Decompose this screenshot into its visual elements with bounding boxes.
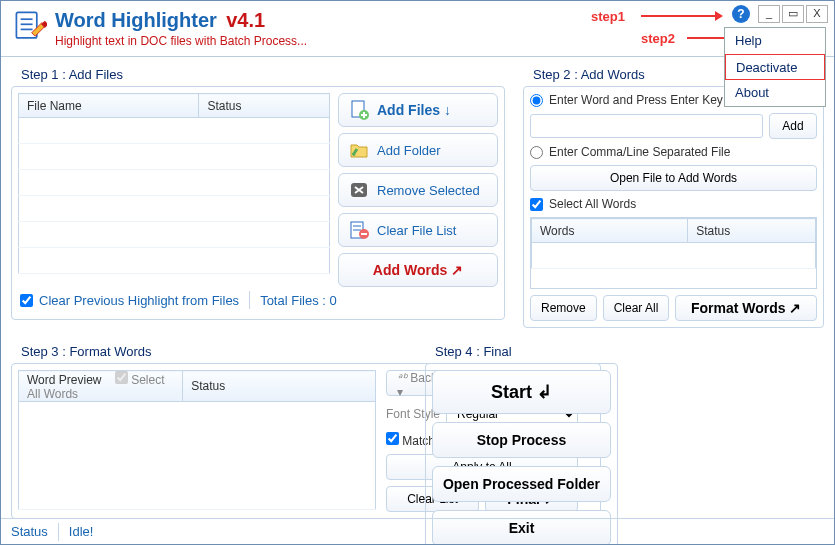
step4-heading: Step 4 : Final [425, 340, 618, 363]
app-title: Word Highlighter [55, 9, 217, 31]
clear-previous-label: Clear Previous Highlight from Files [39, 293, 239, 308]
clear-all-words-button[interactable]: Clear All [603, 295, 670, 321]
folder-icon [349, 140, 369, 160]
step4-section: Step 4 : Final Start ↲ Stop Process Open… [415, 334, 628, 545]
remove-selected-button[interactable]: Remove Selected [338, 173, 498, 207]
col-status[interactable]: Status [199, 94, 330, 118]
word-input[interactable] [530, 114, 763, 138]
menu-deactivate[interactable]: Deactivate [725, 54, 825, 80]
clear-list-icon [349, 220, 369, 240]
status-label: Status [11, 524, 48, 539]
select-all-words-3-input [115, 371, 128, 384]
total-files-label: Total Files : 0 [260, 293, 337, 308]
remove-word-button[interactable]: Remove [530, 295, 597, 321]
clear-previous-checkbox[interactable]: Clear Previous Highlight from Files [20, 293, 239, 308]
words-table[interactable]: Words Status [531, 218, 816, 269]
divider [249, 291, 250, 309]
status-value: Idle! [69, 524, 94, 539]
stop-process-button[interactable]: Stop Process [432, 422, 611, 458]
format-words-button[interactable]: Format Words ↗ [675, 295, 817, 321]
file-add-icon [349, 100, 369, 120]
file-list-table[interactable]: File Name Status [18, 93, 330, 274]
open-processed-folder-button[interactable]: Open Processed Folder [432, 466, 611, 502]
col-format-status[interactable]: Status [183, 371, 376, 402]
add-folder-label: Add Folder [377, 143, 441, 158]
clear-previous-input[interactable] [20, 294, 33, 307]
select-all-words-input[interactable] [530, 198, 543, 211]
add-words-label: Add Words ↗ [373, 262, 463, 278]
annotation-step1: step1 [591, 9, 625, 24]
annotation-step2: step2 [641, 31, 675, 46]
open-file-button[interactable]: Open File to Add Words [530, 165, 817, 191]
divider [58, 523, 59, 541]
col-word-preview: Word Preview [27, 373, 101, 387]
select-all-words-checkbox[interactable]: Select All Words [530, 197, 817, 211]
menu-about[interactable]: About [725, 80, 825, 106]
add-files-button[interactable]: Add Files ↓ [338, 93, 498, 127]
help-icon[interactable]: ? [732, 5, 750, 23]
remove-icon [349, 180, 369, 200]
step1-section: Step 1 : Add Files File Name Status [1, 57, 513, 334]
restore-button[interactable]: ▭ [782, 5, 804, 23]
col-words-status[interactable]: Status [688, 219, 816, 243]
arrow-step1-icon [641, 7, 723, 25]
enter-file-radio[interactable]: Enter Comma/Line Separated File [530, 145, 817, 159]
status-bar: Status Idle! [1, 518, 834, 544]
clear-file-list-button[interactable]: Clear File List [338, 213, 498, 247]
add-folder-button[interactable]: Add Folder [338, 133, 498, 167]
add-files-label: Add Files ↓ [377, 102, 451, 118]
enter-file-label: Enter Comma/Line Separated File [549, 145, 730, 159]
select-all-words-label: Select All Words [549, 197, 636, 211]
add-words-button[interactable]: Add Words ↗ [338, 253, 498, 287]
enter-file-radio-input[interactable] [530, 146, 543, 159]
close-button[interactable]: X [806, 5, 828, 23]
col-words[interactable]: Words [532, 219, 688, 243]
app-subtitle: Highlight text in DOC files with Batch P… [55, 34, 307, 48]
match-case-input[interactable] [386, 432, 399, 445]
app-version: v4.1 [226, 9, 265, 31]
enter-word-radio-input[interactable] [530, 94, 543, 107]
enter-word-label: Enter Word and Press Enter Key [549, 93, 723, 107]
start-button[interactable]: Start ↲ [432, 370, 611, 414]
remove-selected-label: Remove Selected [377, 183, 480, 198]
menu-help[interactable]: Help [725, 28, 825, 54]
minimize-button[interactable]: _ [758, 5, 780, 23]
clear-file-list-label: Clear File List [377, 223, 456, 238]
format-words-table[interactable]: Word Preview Select All Words Status [18, 370, 376, 510]
help-dropdown: Help Deactivate About [724, 27, 826, 107]
step1-heading: Step 1 : Add Files [11, 63, 503, 86]
add-word-button[interactable]: Add [769, 113, 817, 139]
app-icon [13, 9, 47, 43]
col-file-name[interactable]: File Name [19, 94, 199, 118]
